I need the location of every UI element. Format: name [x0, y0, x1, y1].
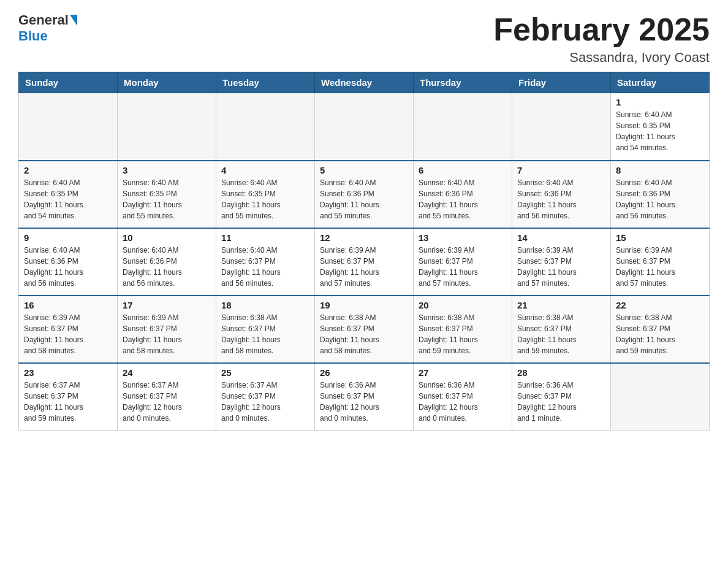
day-info: Sunrise: 6:40 AMSunset: 6:36 PMDaylight:…: [616, 177, 704, 221]
calendar-cell: 14Sunrise: 6:39 AMSunset: 6:37 PMDayligh…: [512, 228, 611, 296]
logo: General Blue: [18, 12, 78, 44]
header-cell-friday: Friday: [512, 72, 611, 93]
day-number: 14: [517, 232, 605, 243]
day-number: 3: [123, 165, 211, 175]
day-number: 27: [419, 367, 507, 378]
day-number: 22: [616, 300, 704, 310]
location-subtitle: Sassandra, Ivory Coast: [493, 50, 710, 66]
month-title: February 2025: [493, 12, 710, 47]
calendar-cell: 5Sunrise: 6:40 AMSunset: 6:36 PMDaylight…: [315, 161, 414, 228]
day-info: Sunrise: 6:40 AMSunset: 6:37 PMDaylight:…: [221, 245, 309, 289]
calendar-cell: [512, 93, 611, 161]
day-info: Sunrise: 6:40 AMSunset: 6:36 PMDaylight:…: [419, 177, 507, 221]
day-info: Sunrise: 6:39 AMSunset: 6:37 PMDaylight:…: [320, 245, 408, 289]
day-number: 28: [517, 367, 605, 378]
calendar-cell: 21Sunrise: 6:38 AMSunset: 6:37 PMDayligh…: [512, 296, 611, 363]
calendar-cell: 17Sunrise: 6:39 AMSunset: 6:37 PMDayligh…: [118, 296, 216, 363]
day-info: Sunrise: 6:40 AMSunset: 6:36 PMDaylight:…: [517, 177, 605, 221]
day-number: 15: [616, 232, 704, 243]
day-number: 6: [419, 165, 507, 175]
calendar-cell: 9Sunrise: 6:40 AMSunset: 6:36 PMDaylight…: [19, 228, 118, 296]
day-number: 4: [221, 165, 309, 175]
header-cell-saturday: Saturday: [611, 72, 710, 93]
day-number: 19: [320, 300, 408, 310]
calendar-row-2: 2Sunrise: 6:40 AMSunset: 6:35 PMDaylight…: [19, 161, 710, 228]
header-cell-wednesday: Wednesday: [315, 72, 414, 93]
day-number: 24: [123, 367, 211, 378]
day-number: 9: [24, 232, 112, 243]
day-info: Sunrise: 6:40 AMSunset: 6:35 PMDaylight:…: [616, 109, 704, 153]
calendar-cell: 24Sunrise: 6:37 AMSunset: 6:37 PMDayligh…: [118, 363, 216, 431]
header-cell-thursday: Thursday: [414, 72, 512, 93]
day-number: 11: [221, 232, 309, 243]
calendar-cell: [216, 93, 315, 161]
calendar-row-3: 9Sunrise: 6:40 AMSunset: 6:36 PMDaylight…: [19, 228, 710, 296]
day-info: Sunrise: 6:40 AMSunset: 6:36 PMDaylight:…: [320, 177, 408, 221]
calendar-cell: 18Sunrise: 6:38 AMSunset: 6:37 PMDayligh…: [216, 296, 315, 363]
day-info: Sunrise: 6:40 AMSunset: 6:36 PMDaylight:…: [123, 245, 211, 289]
logo-blue-text: Blue: [18, 28, 48, 44]
day-number: 2: [24, 165, 112, 175]
calendar-table: SundayMondayTuesdayWednesdayThursdayFrid…: [18, 72, 710, 431]
calendar-cell: 3Sunrise: 6:40 AMSunset: 6:35 PMDaylight…: [118, 161, 216, 228]
calendar-cell: [315, 93, 414, 161]
day-info: Sunrise: 6:36 AMSunset: 6:37 PMDaylight:…: [517, 380, 605, 424]
day-number: 21: [517, 300, 605, 310]
day-info: Sunrise: 6:40 AMSunset: 6:35 PMDaylight:…: [24, 177, 112, 221]
day-number: 16: [24, 300, 112, 310]
day-info: Sunrise: 6:37 AMSunset: 6:37 PMDaylight:…: [123, 380, 211, 424]
day-number: 8: [616, 165, 704, 175]
calendar-cell: 25Sunrise: 6:37 AMSunset: 6:37 PMDayligh…: [216, 363, 315, 431]
header-cell-sunday: Sunday: [19, 72, 118, 93]
day-info: Sunrise: 6:39 AMSunset: 6:37 PMDaylight:…: [419, 245, 507, 289]
calendar-cell: 2Sunrise: 6:40 AMSunset: 6:35 PMDaylight…: [19, 161, 118, 228]
calendar-cell: 10Sunrise: 6:40 AMSunset: 6:36 PMDayligh…: [118, 228, 216, 296]
day-number: 1: [616, 97, 704, 107]
calendar-body: 1Sunrise: 6:40 AMSunset: 6:35 PMDaylight…: [19, 93, 710, 431]
calendar-row-5: 23Sunrise: 6:37 AMSunset: 6:37 PMDayligh…: [19, 363, 710, 431]
day-info: Sunrise: 6:36 AMSunset: 6:37 PMDaylight:…: [419, 380, 507, 424]
calendar-cell: 22Sunrise: 6:38 AMSunset: 6:37 PMDayligh…: [611, 296, 710, 363]
day-info: Sunrise: 6:39 AMSunset: 6:37 PMDaylight:…: [24, 312, 112, 356]
calendar-cell: 7Sunrise: 6:40 AMSunset: 6:36 PMDaylight…: [512, 161, 611, 228]
calendar-cell: 8Sunrise: 6:40 AMSunset: 6:36 PMDaylight…: [611, 161, 710, 228]
day-info: Sunrise: 6:40 AMSunset: 6:36 PMDaylight:…: [24, 245, 112, 289]
calendar-cell: 26Sunrise: 6:36 AMSunset: 6:37 PMDayligh…: [315, 363, 414, 431]
calendar-cell: 12Sunrise: 6:39 AMSunset: 6:37 PMDayligh…: [315, 228, 414, 296]
header-cell-monday: Monday: [118, 72, 216, 93]
calendar-cell: [19, 93, 118, 161]
calendar-cell: [611, 363, 710, 431]
day-info: Sunrise: 6:38 AMSunset: 6:37 PMDaylight:…: [320, 312, 408, 356]
day-number: 18: [221, 300, 309, 310]
calendar-cell: 16Sunrise: 6:39 AMSunset: 6:37 PMDayligh…: [19, 296, 118, 363]
calendar-cell: [414, 93, 512, 161]
day-info: Sunrise: 6:39 AMSunset: 6:37 PMDaylight:…: [517, 245, 605, 289]
calendar-cell: 19Sunrise: 6:38 AMSunset: 6:37 PMDayligh…: [315, 296, 414, 363]
calendar-cell: 4Sunrise: 6:40 AMSunset: 6:35 PMDaylight…: [216, 161, 315, 228]
day-info: Sunrise: 6:38 AMSunset: 6:37 PMDaylight:…: [517, 312, 605, 356]
calendar-cell: 23Sunrise: 6:37 AMSunset: 6:37 PMDayligh…: [19, 363, 118, 431]
calendar-row-4: 16Sunrise: 6:39 AMSunset: 6:37 PMDayligh…: [19, 296, 710, 363]
calendar-cell: 15Sunrise: 6:39 AMSunset: 6:37 PMDayligh…: [611, 228, 710, 296]
day-number: 25: [221, 367, 309, 378]
logo-triangle-icon: [70, 15, 77, 26]
calendar-row-1: 1Sunrise: 6:40 AMSunset: 6:35 PMDaylight…: [19, 93, 710, 161]
header-row: SundayMondayTuesdayWednesdayThursdayFrid…: [19, 72, 710, 93]
header-cell-tuesday: Tuesday: [216, 72, 315, 93]
day-number: 13: [419, 232, 507, 243]
day-info: Sunrise: 6:39 AMSunset: 6:37 PMDaylight:…: [616, 245, 704, 289]
calendar-cell: 27Sunrise: 6:36 AMSunset: 6:37 PMDayligh…: [414, 363, 512, 431]
day-info: Sunrise: 6:39 AMSunset: 6:37 PMDaylight:…: [123, 312, 211, 356]
logo-general-text: General: [18, 12, 69, 28]
title-block: February 2025 Sassandra, Ivory Coast: [493, 12, 710, 66]
calendar-header: SundayMondayTuesdayWednesdayThursdayFrid…: [19, 72, 710, 93]
day-number: 12: [320, 232, 408, 243]
day-info: Sunrise: 6:40 AMSunset: 6:35 PMDaylight:…: [221, 177, 309, 221]
day-number: 20: [419, 300, 507, 310]
day-info: Sunrise: 6:38 AMSunset: 6:37 PMDaylight:…: [419, 312, 507, 356]
day-info: Sunrise: 6:40 AMSunset: 6:35 PMDaylight:…: [123, 177, 211, 221]
day-number: 5: [320, 165, 408, 175]
day-info: Sunrise: 6:37 AMSunset: 6:37 PMDaylight:…: [221, 380, 309, 424]
calendar-cell: 20Sunrise: 6:38 AMSunset: 6:37 PMDayligh…: [414, 296, 512, 363]
day-number: 26: [320, 367, 408, 378]
